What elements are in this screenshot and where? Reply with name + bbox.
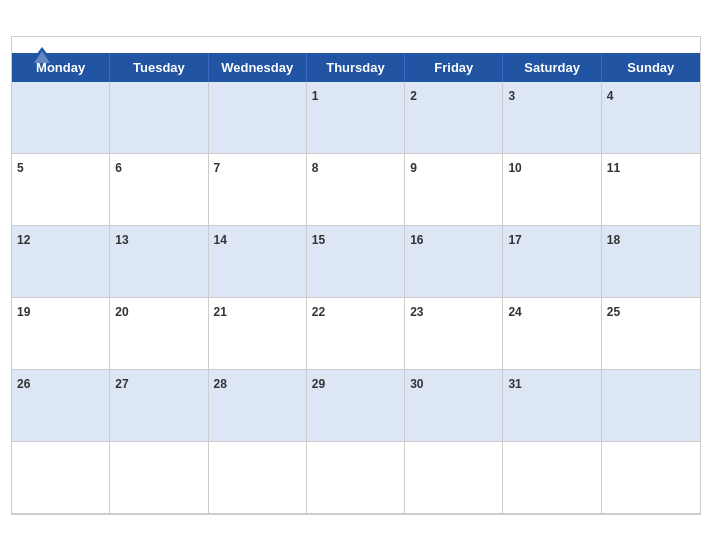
- calendar-cell[interactable]: 21: [209, 298, 307, 370]
- calendar-grid: 1234567891011121314151617181920212223242…: [12, 82, 700, 514]
- calendar-cell[interactable]: 30: [405, 370, 503, 442]
- day-wednesday: Wednesday: [209, 53, 307, 82]
- calendar-cell[interactable]: [110, 442, 208, 514]
- calendar-cell[interactable]: 28: [209, 370, 307, 442]
- calendar-header: [12, 37, 700, 53]
- day-number: 25: [607, 305, 620, 319]
- calendar-cell[interactable]: 10: [503, 154, 601, 226]
- calendar-cell[interactable]: 13: [110, 226, 208, 298]
- calendar-cell[interactable]: 29: [307, 370, 405, 442]
- calendar-cell[interactable]: 11: [602, 154, 700, 226]
- day-number: 24: [508, 305, 521, 319]
- calendar-cell[interactable]: 18: [602, 226, 700, 298]
- day-number: 18: [607, 233, 620, 247]
- day-monday: Monday: [12, 53, 110, 82]
- calendar-cell[interactable]: [307, 442, 405, 514]
- day-number: 5: [17, 161, 24, 175]
- calendar-cell[interactable]: 4: [602, 82, 700, 154]
- calendar-cell[interactable]: 14: [209, 226, 307, 298]
- calendar-cell[interactable]: 31: [503, 370, 601, 442]
- day-number: 17: [508, 233, 521, 247]
- calendar-cell[interactable]: [503, 442, 601, 514]
- calendar-cell[interactable]: [12, 82, 110, 154]
- day-tuesday: Tuesday: [110, 53, 208, 82]
- day-number: 22: [312, 305, 325, 319]
- day-number: 28: [214, 377, 227, 391]
- calendar-cell[interactable]: 2: [405, 82, 503, 154]
- calendar-cell[interactable]: 25: [602, 298, 700, 370]
- calendar-cell[interactable]: 1: [307, 82, 405, 154]
- day-number: 4: [607, 89, 614, 103]
- day-saturday: Saturday: [503, 53, 601, 82]
- calendar-cell[interactable]: 15: [307, 226, 405, 298]
- day-number: 21: [214, 305, 227, 319]
- day-number: 10: [508, 161, 521, 175]
- calendar-cell[interactable]: 7: [209, 154, 307, 226]
- calendar-cell[interactable]: [110, 82, 208, 154]
- day-number: 8: [312, 161, 319, 175]
- calendar-cell[interactable]: 16: [405, 226, 503, 298]
- day-number: 20: [115, 305, 128, 319]
- calendar-cell[interactable]: [602, 442, 700, 514]
- calendar-cell[interactable]: [405, 442, 503, 514]
- day-number: 31: [508, 377, 521, 391]
- calendar-cell[interactable]: [209, 442, 307, 514]
- day-number: 19: [17, 305, 30, 319]
- calendar-cell[interactable]: 12: [12, 226, 110, 298]
- day-number: 30: [410, 377, 423, 391]
- day-number: 14: [214, 233, 227, 247]
- day-number: 13: [115, 233, 128, 247]
- calendar-cell[interactable]: [209, 82, 307, 154]
- calendar-cell[interactable]: 24: [503, 298, 601, 370]
- calendar-cell[interactable]: 27: [110, 370, 208, 442]
- calendar-cell[interactable]: 20: [110, 298, 208, 370]
- day-number: 2: [410, 89, 417, 103]
- day-number: 6: [115, 161, 122, 175]
- day-number: 27: [115, 377, 128, 391]
- day-number: 12: [17, 233, 30, 247]
- calendar: Monday Tuesday Wednesday Thursday Friday…: [11, 36, 701, 515]
- calendar-cell[interactable]: 22: [307, 298, 405, 370]
- day-number: 29: [312, 377, 325, 391]
- day-sunday: Sunday: [602, 53, 700, 82]
- day-thursday: Thursday: [307, 53, 405, 82]
- day-number: 11: [607, 161, 620, 175]
- calendar-cell[interactable]: 9: [405, 154, 503, 226]
- calendar-cell[interactable]: 19: [12, 298, 110, 370]
- calendar-cell[interactable]: 5: [12, 154, 110, 226]
- calendar-cell[interactable]: 17: [503, 226, 601, 298]
- calendar-cell[interactable]: 23: [405, 298, 503, 370]
- day-number: 9: [410, 161, 417, 175]
- calendar-cell[interactable]: 6: [110, 154, 208, 226]
- day-number: 16: [410, 233, 423, 247]
- day-number: 23: [410, 305, 423, 319]
- day-number: 26: [17, 377, 30, 391]
- calendar-cell[interactable]: 8: [307, 154, 405, 226]
- calendar-cell[interactable]: 26: [12, 370, 110, 442]
- logo-icon: [28, 45, 56, 67]
- calendar-cell[interactable]: 3: [503, 82, 601, 154]
- days-header: Monday Tuesday Wednesday Thursday Friday…: [12, 53, 700, 82]
- logo-area: [28, 45, 60, 67]
- day-number: 7: [214, 161, 221, 175]
- day-number: 15: [312, 233, 325, 247]
- day-friday: Friday: [405, 53, 503, 82]
- calendar-cell[interactable]: [12, 442, 110, 514]
- calendar-cell[interactable]: [602, 370, 700, 442]
- day-number: 1: [312, 89, 319, 103]
- day-number: 3: [508, 89, 515, 103]
